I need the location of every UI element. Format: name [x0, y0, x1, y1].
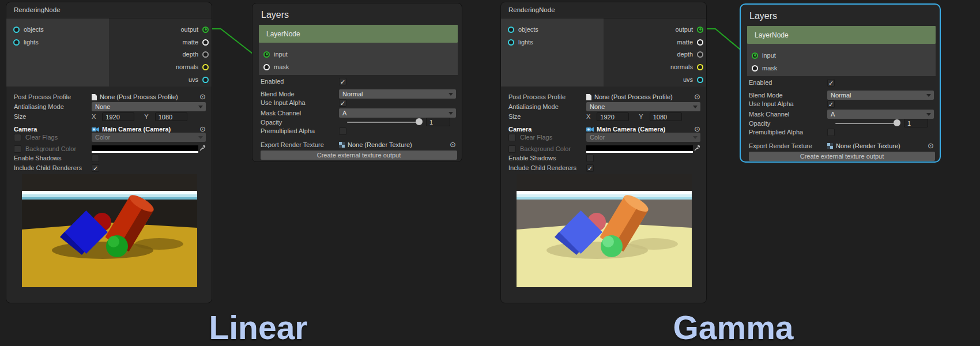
- use-input-alpha-checkbox[interactable]: ✓: [339, 99, 346, 107]
- object-picker-icon[interactable]: ⊙: [450, 141, 456, 149]
- port-input[interactable]: [752, 52, 758, 59]
- premultiplied-alpha-checkbox[interactable]: [339, 127, 346, 135]
- port-output[interactable]: [697, 27, 703, 33]
- port-uvs[interactable]: [697, 77, 703, 83]
- size-y-input[interactable]: 1080: [155, 112, 187, 121]
- document-icon: [92, 94, 97, 100]
- port-matte[interactable]: [202, 39, 209, 46]
- object-picker-icon[interactable]: ⊙: [199, 125, 206, 133]
- port-output[interactable]: [202, 27, 209, 33]
- dropdown-value: None: [590, 103, 605, 110]
- port-label: matte: [182, 39, 198, 46]
- property-label: Mask Channel: [261, 110, 301, 116]
- port-normals[interactable]: [697, 64, 703, 70]
- property-label: Camera: [508, 126, 532, 133]
- layer-node-header[interactable]: LayerNode: [747, 26, 936, 44]
- eyedropper-icon[interactable]: [694, 145, 700, 151]
- layers-title[interactable]: Layers: [749, 11, 777, 21]
- node-title[interactable]: RenderingNode: [501, 2, 706, 18]
- post-process-profile-field[interactable]: None (Post Process Profile) ⊙: [92, 93, 206, 101]
- camera-field[interactable]: Main Camera (Camera) ⊙: [586, 125, 700, 133]
- export-render-texture-field[interactable]: None (Render Texture) ⊙: [339, 141, 456, 149]
- document-icon: [586, 94, 591, 100]
- antialiasing-mode-dropdown[interactable]: None: [92, 102, 206, 111]
- object-picker-icon[interactable]: ⊙: [199, 93, 206, 101]
- chevron-down-icon: [926, 94, 931, 97]
- opacity-slider-track[interactable]: [347, 122, 419, 123]
- port-label: input: [274, 51, 288, 58]
- port-depth[interactable]: [697, 51, 703, 58]
- export-render-texture-field[interactable]: None (Render Texture) ⊙: [827, 142, 934, 150]
- port-label: normals: [670, 63, 693, 70]
- dropdown-value: None: [95, 103, 110, 110]
- opacity-slider-knob[interactable]: [416, 118, 423, 125]
- layers-title[interactable]: Layers: [261, 10, 289, 20]
- property-label: Export Render Texture: [261, 141, 324, 148]
- object-picker-icon[interactable]: ⊙: [928, 142, 934, 150]
- port-label: lights: [518, 39, 533, 46]
- include-child-renderers-checkbox[interactable]: ✓: [92, 164, 99, 172]
- layer-node-header[interactable]: LayerNode: [259, 25, 458, 43]
- dropdown-value: Normal: [342, 91, 363, 97]
- clear-flags-checkbox[interactable]: [508, 134, 516, 141]
- port-lights[interactable]: [508, 39, 514, 46]
- blend-mode-dropdown[interactable]: Normal: [339, 89, 456, 99]
- blend-mode-dropdown[interactable]: Normal: [827, 91, 934, 100]
- create-external-texture-output-button[interactable]: Create external texture output: [261, 151, 457, 160]
- opacity-slider-track[interactable]: [835, 123, 897, 124]
- chevron-down-icon: [693, 106, 698, 108]
- antialiasing-mode-dropdown[interactable]: None: [586, 102, 700, 111]
- background-color-checkbox[interactable]: [14, 145, 21, 153]
- render-preview-gamma: [517, 174, 692, 287]
- size-y-input[interactable]: 1080: [650, 112, 682, 121]
- property-label: Blend Mode: [749, 92, 783, 99]
- include-child-renderers-checkbox[interactable]: ✓: [586, 164, 594, 172]
- port-label: objects: [24, 26, 44, 33]
- opacity-value-field[interactable]: 1: [426, 118, 450, 126]
- mask-channel-dropdown[interactable]: A: [827, 110, 934, 119]
- port-mask[interactable]: [752, 65, 758, 72]
- connection-dot: [699, 28, 702, 31]
- port-objects[interactable]: [13, 27, 20, 33]
- port-input[interactable]: [263, 51, 270, 58]
- object-field-value: Main Camera (Camera): [102, 126, 171, 133]
- port-normals[interactable]: [202, 64, 209, 70]
- opacity-slider-knob[interactable]: [894, 119, 900, 126]
- port-mask[interactable]: [263, 64, 270, 70]
- object-picker-icon[interactable]: ⊙: [694, 93, 700, 101]
- post-process-profile-field[interactable]: None (Post Process Profile) ⊙: [586, 93, 700, 101]
- port-lights[interactable]: [13, 39, 20, 46]
- node-ports: objects lights output matte depth normal…: [501, 18, 706, 86]
- node-title[interactable]: RenderingNode: [6, 2, 212, 18]
- color-alpha-bar: [586, 151, 693, 153]
- mask-channel-dropdown[interactable]: A: [339, 108, 456, 118]
- port-uvs[interactable]: [202, 77, 209, 83]
- port-objects[interactable]: [508, 27, 514, 33]
- eyedropper-icon[interactable]: [199, 145, 206, 151]
- background-color-swatch[interactable]: [92, 145, 198, 153]
- object-picker-icon[interactable]: ⊙: [694, 125, 700, 133]
- use-input-alpha-checkbox[interactable]: ✓: [827, 100, 835, 108]
- opacity-value-field[interactable]: 1: [904, 119, 928, 127]
- premultiplied-alpha-checkbox[interactable]: [827, 129, 835, 136]
- render-preview-linear: [22, 174, 197, 287]
- port-depth[interactable]: [202, 51, 209, 58]
- background-color-checkbox[interactable]: [508, 145, 516, 153]
- clear-flags-dropdown[interactable]: Color: [586, 133, 700, 142]
- clear-flags-dropdown[interactable]: Color: [92, 133, 206, 142]
- enabled-checkbox[interactable]: ✓: [339, 78, 346, 85]
- property-label: Include Child Renderers: [14, 164, 82, 171]
- camera-field[interactable]: Main Camera (Camera) ⊙: [92, 125, 206, 133]
- size-x-input[interactable]: 1920: [597, 112, 629, 121]
- create-external-texture-output-button[interactable]: Create external texture output: [749, 152, 935, 161]
- clear-flags-checkbox[interactable]: [14, 134, 21, 141]
- dropdown-value: A: [342, 110, 346, 116]
- chevron-down-icon: [926, 113, 931, 116]
- port-matte[interactable]: [697, 39, 703, 46]
- enabled-checkbox[interactable]: ✓: [827, 79, 835, 86]
- enable-shadows-checkbox[interactable]: [586, 155, 594, 162]
- enable-shadows-checkbox[interactable]: [92, 155, 99, 162]
- dropdown-value: A: [831, 111, 835, 118]
- size-x-input[interactable]: 1920: [102, 112, 134, 121]
- background-color-swatch[interactable]: [586, 145, 693, 153]
